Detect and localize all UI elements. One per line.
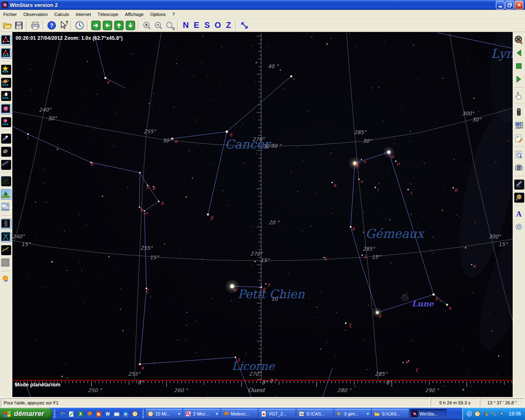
menu-fichier[interactable]: Fichier	[0, 10, 20, 18]
taskbar-task-6[interactable]: S:\CAS...	[372, 409, 409, 419]
satellites-toggle[interactable]	[1, 91, 11, 101]
eyepiece-view-toggle[interactable]	[514, 107, 525, 118]
quicklaunch-internet-explorer[interactable]: e	[59, 410, 66, 418]
time-stop-toggle[interactable]	[514, 61, 525, 72]
day-landscape-toggle[interactable]	[1, 189, 11, 200]
help-button[interactable]: ?	[46, 20, 57, 31]
tray-clock[interactable]: 19:06	[509, 411, 521, 417]
asteroids-toggle[interactable]	[1, 146, 11, 157]
nebulae-toggle[interactable]	[1, 104, 11, 114]
menu-internet[interactable]: Internet	[72, 10, 94, 18]
task-group-chevron-icon[interactable]: ▼	[366, 412, 370, 416]
pan-right-button[interactable]	[90, 20, 102, 31]
task-group-chevron-icon[interactable]: ▼	[178, 412, 181, 416]
tray-collapse-icon[interactable]	[466, 411, 473, 418]
quicklaunch-excel[interactable]: X	[77, 410, 84, 418]
taskbar-task-2[interactable]: Meteoc...	[221, 409, 258, 419]
compass-O-button[interactable]: O	[212, 20, 223, 31]
menu-calculs[interactable]: Calculs	[51, 10, 72, 18]
zoom-in-button[interactable]	[141, 20, 153, 31]
telescope-control-toggle[interactable]	[514, 179, 525, 190]
tips-toggle[interactable]	[1, 274, 11, 285]
atmosphere-toggle[interactable]	[1, 202, 11, 213]
quicklaunch-grip[interactable]	[54, 409, 55, 418]
sky-chart[interactable]: oιδαβιθρρδησζαδαβγβσαρκυιτθδλξγμηκξκλ240…	[12, 32, 513, 397]
zoom-out-button[interactable]	[153, 20, 164, 31]
pan-down-button[interactable]	[125, 20, 136, 31]
taskbar-task-7[interactable]: WinSta...	[410, 409, 447, 419]
save-file-button[interactable]: ?	[13, 20, 25, 31]
taskbar-task-5[interactable]: 3 gim...▼	[334, 409, 371, 419]
bright-stars[interactable]	[27, 75, 500, 365]
tray-clock-icon[interactable]	[474, 411, 481, 418]
tasks-grip[interactable]	[142, 409, 144, 418]
minimize-button[interactable]	[496, 1, 504, 9]
pointer-select-toggle[interactable]	[514, 91, 525, 101]
star-names-toggle[interactable]	[1, 64, 11, 75]
close-button[interactable]: ✕	[515, 1, 523, 9]
svg-text:ζ: ζ	[146, 288, 149, 294]
quicklaunch-word[interactable]: W	[104, 410, 112, 418]
time-backward-icon	[514, 48, 523, 57]
start-button[interactable]: démarrer	[0, 408, 52, 420]
task-label: 10 Mi...	[155, 411, 176, 416]
quicklaunch-document-pencil[interactable]	[68, 410, 75, 418]
compass-N-button[interactable]: N	[180, 20, 191, 31]
time-forward-toggle[interactable]	[514, 74, 525, 85]
open-file-button[interactable]	[2, 20, 13, 31]
panel-divider	[1, 130, 11, 131]
time-clock-button[interactable]	[74, 20, 85, 31]
night-landscape-toggle[interactable]	[1, 176, 11, 187]
animation-toggle[interactable]	[514, 35, 525, 46]
tray-messenger-icon[interactable]	[482, 411, 489, 418]
pan-left-button[interactable]	[102, 20, 113, 31]
planet-view-toggle[interactable]	[514, 192, 525, 203]
quicklaunch-powerpoint[interactable]	[95, 410, 103, 418]
title-bar[interactable]: WinStars version 2 ✕	[0, 0, 525, 10]
sky-svg[interactable]: oιδαβιθρρδησζαδαβγβσαρκυιτθδλξγμηκξκλ240…	[12, 32, 513, 397]
taskbar-task-3[interactable]: VGT_2...	[259, 409, 296, 419]
quicklaunch-clock-app[interactable]	[131, 410, 139, 418]
taskbar-task-1[interactable]: 2 Micr...▼	[183, 409, 220, 419]
settings-gear-toggle[interactable]	[514, 222, 525, 233]
menu-affichage[interactable]: Affichage	[121, 10, 147, 18]
constellation-names-toggle[interactable]	[1, 48, 11, 59]
tray-pointer-icon[interactable]	[499, 411, 506, 418]
search-object-toggle[interactable]	[514, 150, 525, 160]
constellation-lines-toggle[interactable]	[1, 35, 11, 46]
nebula-names-toggle[interactable]	[1, 117, 11, 128]
compass-Z-button[interactable]: Z	[223, 20, 234, 31]
menu-tlescope[interactable]: Télescope	[94, 10, 122, 18]
quicklaunch-media-player[interactable]	[122, 410, 130, 418]
tray-network-icon[interactable]	[491, 411, 498, 418]
field-circle-toggle[interactable]	[1, 258, 11, 269]
moon[interactable]	[402, 294, 409, 301]
ecliptic-line-toggle[interactable]	[1, 245, 11, 256]
zoom-reset-button[interactable]: 1	[164, 20, 176, 31]
planets-toggle[interactable]	[1, 78, 11, 88]
diagonal-resize-button[interactable]	[239, 20, 250, 31]
quicklaunch-firefox[interactable]	[86, 410, 94, 418]
computer-control-toggle[interactable]	[514, 120, 525, 131]
comets-toggle[interactable]	[1, 133, 11, 144]
context-help-button[interactable]: ?	[57, 20, 69, 31]
menu-observation[interactable]: Observation	[20, 10, 51, 18]
taskbar-task-0[interactable]: 10 Mi...▼	[146, 409, 183, 419]
time-backward-toggle[interactable]	[514, 48, 525, 59]
observation-log-toggle[interactable]	[514, 133, 525, 144]
compass-S-button[interactable]: S	[202, 20, 212, 31]
taskbar-task-4[interactable]: 7zS:\CAS...	[297, 409, 333, 419]
quicklaunch-show-desktop[interactable]	[113, 410, 121, 418]
print-button[interactable]	[30, 20, 41, 31]
restore-button[interactable]	[505, 1, 514, 9]
menu-?[interactable]: ?	[169, 10, 178, 18]
menu-options[interactable]: Options	[147, 10, 169, 18]
pan-up-button[interactable]	[113, 20, 125, 31]
coordinate-grid-toggle[interactable]	[1, 232, 11, 242]
milky-way-toggle[interactable]	[1, 160, 11, 170]
altitude-scale-toggle[interactable]	[1, 219, 11, 229]
task-group-chevron-icon[interactable]: ▼	[215, 412, 219, 416]
compass-E-button[interactable]: E	[191, 20, 202, 31]
screenshot-camera-toggle[interactable]	[514, 163, 525, 173]
labels-toggle-toggle[interactable]: A	[514, 209, 525, 219]
